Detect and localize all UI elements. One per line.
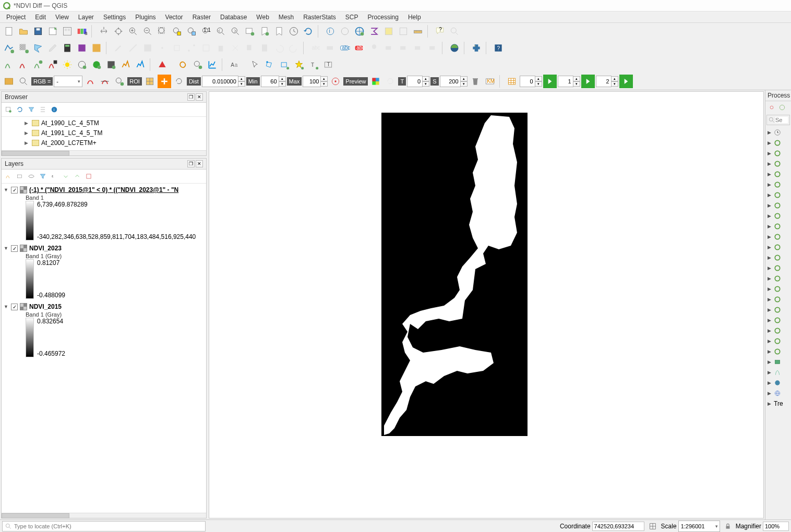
zoom-in-button[interactable] — [126, 25, 140, 38]
browser-item[interactable]: ▶At_1991_LC_4_5_TM — [2, 128, 206, 138]
layer-name[interactable]: (-1) * ("NDVI_2015@1" < 0) * (("NDVI_202… — [29, 186, 178, 194]
processing-provider[interactable]: ▶ — [765, 221, 791, 232]
layer-expand-icon[interactable]: ▼ — [4, 246, 9, 251]
zoom-full-button[interactable] — [155, 25, 169, 38]
layer-visibility-checkbox[interactable]: ✓ — [11, 245, 18, 252]
open-attribute-table-button[interactable] — [353, 25, 366, 38]
refresh-button[interactable] — [302, 25, 315, 38]
processing-provider[interactable]: ▶ — [765, 252, 791, 263]
label-rotate-button[interactable] — [397, 41, 410, 55]
add-class-button[interactable] — [191, 58, 205, 71]
s-input[interactable]: ▴▾ — [440, 76, 468, 87]
scp-zoom-button[interactable] — [17, 75, 30, 88]
menu-layer[interactable]: Layer — [74, 13, 98, 22]
font-button[interactable]: Aa — [227, 58, 241, 71]
processing-button[interactable] — [75, 41, 89, 55]
processing-provider[interactable]: ▶ — [765, 200, 791, 211]
min-input[interactable]: ▴▾ — [261, 76, 286, 87]
reshape-button[interactable] — [199, 41, 213, 55]
coordinate-input[interactable] — [592, 522, 644, 531]
locator[interactable] — [2, 521, 206, 531]
menu-rasterstats[interactable]: RasterStats — [299, 13, 340, 22]
identify-button[interactable]: i — [323, 25, 337, 38]
label-tag-button[interactable] — [323, 41, 337, 55]
scp-bandset-button[interactable] — [2, 58, 16, 71]
processing-provider[interactable]: ▶ — [765, 346, 791, 357]
label-move-button[interactable] — [382, 41, 395, 55]
arrow1-button[interactable] — [543, 75, 557, 88]
processing-provider[interactable]: ▶ — [765, 169, 791, 179]
chart-button[interactable] — [206, 58, 219, 71]
processing-tree-item[interactable]: ▶Tre — [765, 398, 791, 409]
draw-poly-button[interactable] — [263, 58, 277, 71]
scp-sun-button[interactable] — [61, 58, 74, 71]
label-abc-blue-button[interactable]: abc — [338, 41, 352, 55]
n2-input[interactable]: ▴▾ — [558, 76, 580, 87]
label-abc-red-button[interactable]: abc — [353, 41, 366, 55]
n3-input[interactable]: ▴▾ — [596, 76, 618, 87]
measure-button[interactable] — [411, 25, 425, 38]
add-vector-button[interactable] — [2, 41, 16, 55]
processing-recent[interactable]: ▶ — [765, 127, 791, 138]
max-input[interactable]: ▴▾ — [303, 76, 328, 87]
select-button[interactable] — [382, 25, 395, 38]
arrow2-button[interactable] — [581, 75, 595, 88]
label-show-button[interactable] — [426, 41, 439, 55]
processing-provider[interactable]: ▶ — [765, 232, 791, 242]
processing-provider[interactable]: ▶ — [765, 284, 791, 294]
star-button[interactable] — [292, 58, 306, 71]
new-print-layout-button[interactable] — [46, 25, 59, 38]
browser-close-button[interactable]: ✕ — [196, 93, 203, 101]
processing-provider[interactable]: ▶ — [765, 305, 791, 315]
save-project-button[interactable] — [31, 25, 45, 38]
osm-button[interactable] — [448, 41, 461, 55]
temporal-button[interactable] — [287, 25, 301, 38]
menu-mesh[interactable]: Mesh — [274, 13, 298, 22]
search-button[interactable] — [448, 25, 461, 38]
label-hide-button[interactable] — [411, 41, 425, 55]
browser-item[interactable]: ▶At_1990_LC_4_5TM — [2, 118, 206, 128]
table-button[interactable] — [505, 75, 519, 88]
processing-provider[interactable]: ▶ — [765, 242, 791, 252]
layer-item[interactable]: ▼ ✓ NDVI_2023 Band 1 (Gray) 0.81207 -0.4… — [2, 243, 206, 301]
vertex-tool-button[interactable] — [185, 41, 198, 55]
dist-input[interactable]: ▴▾ — [202, 76, 245, 87]
layer-expand-icon[interactable]: ▼ — [4, 187, 9, 192]
text-box-button[interactable]: T — [321, 58, 335, 71]
trash-button[interactable] — [469, 75, 482, 88]
processing-provider[interactable]: ▶ — [765, 315, 791, 325]
scp-stretch2-button[interactable] — [98, 75, 112, 88]
processing-provider[interactable]: ▶ — [765, 148, 791, 159]
maptips-button[interactable]: ? — [433, 25, 447, 38]
processing-model[interactable]: ▶ — [765, 388, 791, 398]
edit-toggle-button[interactable] — [46, 41, 59, 55]
scp-stretch-button[interactable] — [83, 75, 97, 88]
zoom-layer-button[interactable] — [185, 25, 198, 38]
browser-add-button[interactable] — [3, 104, 14, 115]
browser-restore-button[interactable]: ❐ — [187, 93, 195, 101]
layer-visibility-checkbox[interactable]: ✓ — [11, 304, 18, 310]
layer-name[interactable]: NDVI_2023 — [29, 245, 62, 252]
menu-scp[interactable]: SCP — [341, 13, 363, 22]
new-shapefile-button[interactable] — [31, 41, 45, 55]
menu-database[interactable]: Database — [216, 13, 251, 22]
deselect-button[interactable] — [397, 25, 410, 38]
lasso-button[interactable] — [176, 58, 190, 71]
preview-target-button[interactable] — [329, 75, 342, 88]
browser-hscroll[interactable] — [2, 150, 206, 155]
undo-button[interactable] — [272, 41, 286, 55]
processing-provider[interactable]: ▶ — [765, 263, 791, 273]
zoom-out-button[interactable] — [141, 25, 154, 38]
python-console-button[interactable] — [470, 41, 483, 55]
browser-item[interactable]: ▶At_2000_LC7ETM+ — [2, 138, 206, 148]
extents-icon[interactable] — [649, 522, 657, 530]
scp-download-button[interactable] — [17, 58, 30, 71]
style-manager-button[interactable]: a — [75, 25, 89, 38]
statistics-button[interactable] — [367, 25, 381, 38]
scale-combo[interactable]: 1:296001 — [678, 521, 720, 532]
layers-remove-button[interactable] — [83, 171, 94, 182]
help-button[interactable]: ? — [492, 41, 505, 55]
locator-input[interactable] — [14, 523, 203, 529]
layer-expand-icon[interactable]: ▼ — [4, 304, 9, 309]
kml-button[interactable]: KML — [483, 75, 497, 88]
